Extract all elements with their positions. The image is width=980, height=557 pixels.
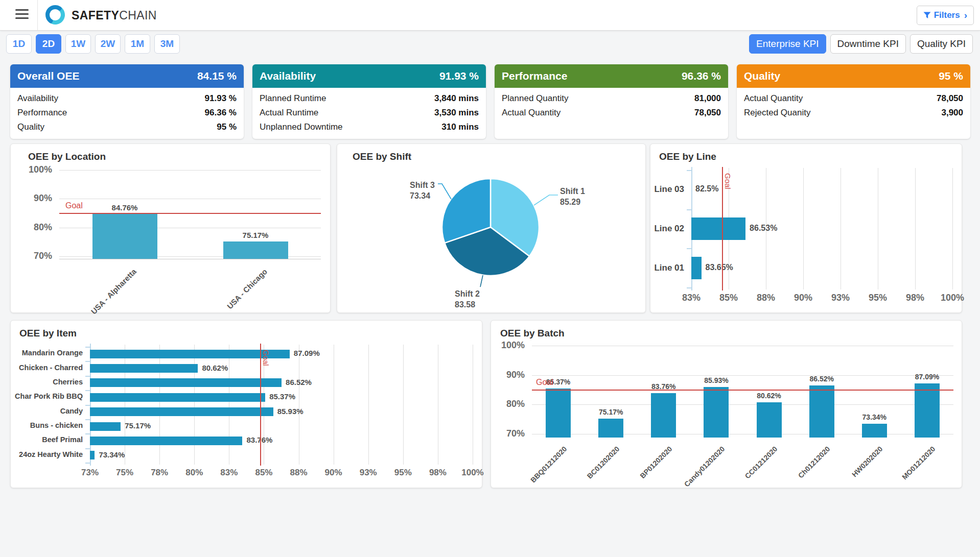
y-axis-tick bbox=[85, 448, 90, 449]
bar-Candy[interactable] bbox=[90, 407, 273, 416]
kpi-value: 91.93 % bbox=[439, 70, 479, 82]
callout-line bbox=[438, 184, 451, 199]
bar-value-label: 75.17% bbox=[225, 231, 286, 239]
brand-light: CHAIN bbox=[119, 9, 157, 22]
kpi-row-value: 3,900 bbox=[941, 108, 963, 118]
bar-Buns - chicken[interactable] bbox=[90, 422, 121, 431]
gridline bbox=[532, 375, 953, 376]
kpi-card-quality: Quality 95 % Actual Quantity78,050 Rejec… bbox=[737, 64, 970, 139]
bar-CC01212020[interactable] bbox=[757, 402, 782, 438]
y-axis-tick bbox=[85, 361, 90, 362]
pie-chart bbox=[337, 144, 645, 312]
category-label: BC01202020 bbox=[568, 445, 621, 497]
gridline bbox=[368, 345, 369, 465]
kpi-title: Availability bbox=[260, 70, 316, 82]
gridline bbox=[403, 345, 404, 465]
kpi-tab-group: Enterprise KPI Downtime KPI Quality KPI bbox=[749, 34, 973, 54]
gridline bbox=[532, 346, 953, 346]
plot-area: 100%90%80%70%85.37%BBQ0121202075.17%BC01… bbox=[491, 321, 962, 488]
category-label: CC01212020 bbox=[726, 445, 779, 497]
time-range-2d[interactable]: 2D bbox=[36, 34, 61, 54]
bar-value-label: 87.09% bbox=[896, 373, 958, 381]
bar-value-label: 85.93% bbox=[277, 407, 304, 416]
gridline bbox=[473, 345, 473, 465]
bar-Line 02[interactable] bbox=[691, 217, 745, 240]
gridline bbox=[59, 199, 321, 199]
goal-line bbox=[59, 213, 321, 214]
gridline bbox=[299, 345, 299, 465]
y-axis-tick-label: 100% bbox=[11, 164, 52, 175]
hamburger-menu-icon[interactable] bbox=[15, 9, 29, 20]
bar-Cherries[interactable] bbox=[90, 378, 282, 387]
bar-Candy01202020[interactable] bbox=[704, 387, 729, 438]
time-range-1m[interactable]: 1M bbox=[125, 34, 150, 54]
bar-value-label: 80.62% bbox=[738, 392, 800, 400]
kpi-row-label: Performance bbox=[17, 108, 67, 118]
y-axis-tick bbox=[85, 463, 90, 464]
gridline bbox=[532, 404, 953, 405]
tab-downtime-kpi[interactable]: Downtime KPI bbox=[830, 34, 906, 54]
category-label: Line 01 bbox=[650, 263, 684, 273]
bar-Ch01212020[interactable] bbox=[809, 385, 834, 438]
tab-enterprise-kpi[interactable]: Enterprise KPI bbox=[749, 34, 826, 54]
category-label: 24oz Hearty White bbox=[11, 450, 83, 458]
gridline bbox=[952, 168, 953, 289]
kpi-row-value: 3,840 mins bbox=[434, 93, 479, 104]
bar-HW0202020[interactable] bbox=[862, 424, 887, 438]
time-range-1w[interactable]: 1W bbox=[65, 34, 91, 54]
bar-BP01202020[interactable] bbox=[651, 393, 676, 438]
chart-oee-by-item: OEE by Item 73%75%78%80%83%85%88%90%93%9… bbox=[10, 320, 482, 488]
kpi-row-value: 95 % bbox=[217, 122, 237, 132]
top-bar: SAFETYCHAIN Filters › bbox=[0, 0, 980, 31]
bar-value-label: 85.37% bbox=[269, 392, 295, 401]
bar-Beef Primal[interactable] bbox=[90, 437, 242, 445]
category-label: Ch01212020 bbox=[779, 445, 831, 497]
topbar-divider bbox=[37, 0, 38, 30]
category-label: HW0202020 bbox=[831, 445, 884, 497]
tab-quality-kpi[interactable]: Quality KPI bbox=[910, 34, 973, 54]
kpi-body: Planned Quantity81,000 Actual Quantity78… bbox=[495, 88, 728, 120]
kpi-row-value: 96.36 % bbox=[205, 108, 237, 118]
bar-BC01202020[interactable] bbox=[598, 419, 623, 438]
kpi-body: Planned Runtime3,840 mins Actual Runtime… bbox=[252, 88, 486, 134]
bar-USA - Chicago[interactable] bbox=[223, 241, 288, 259]
gridline bbox=[803, 168, 804, 289]
kpi-row-label: Actual Runtime bbox=[260, 108, 318, 118]
bar-24oz Hearty White[interactable] bbox=[90, 451, 95, 459]
category-label: Cherries bbox=[11, 378, 83, 386]
bar-Char Pork Rib BBQ[interactable] bbox=[90, 393, 265, 402]
goal-label: Goal bbox=[724, 173, 732, 189]
kpi-header: Overall OEE 84.15 % bbox=[10, 64, 244, 88]
bar-MO01212020[interactable] bbox=[915, 383, 940, 438]
bar-USA - Alpharetta[interactable] bbox=[92, 214, 157, 259]
kpi-row-label: Unplanned Downtime bbox=[260, 122, 343, 132]
bar-BBQ01212020[interactable] bbox=[546, 389, 571, 438]
safetychain-logo-icon bbox=[44, 4, 66, 26]
brand-bold: SAFETY bbox=[72, 9, 119, 22]
kpi-title: Overall OEE bbox=[17, 70, 79, 82]
y-axis-tick-label: 80% bbox=[491, 399, 525, 409]
y-axis-tick bbox=[85, 347, 90, 348]
category-label: BP01202020 bbox=[621, 445, 673, 497]
time-range-group: 1D 2D 1W 2W 1M 3M bbox=[6, 34, 180, 54]
gridline bbox=[878, 168, 878, 289]
filters-button[interactable]: Filters › bbox=[917, 6, 974, 25]
x-axis-tick-label: 88% bbox=[745, 293, 786, 303]
gridline bbox=[841, 168, 841, 289]
kpi-row-label: Rejected Quanity bbox=[744, 108, 810, 118]
bar-Chicken - Charred[interactable] bbox=[90, 364, 198, 373]
kpi-header: Performance 96.36 % bbox=[495, 64, 728, 88]
kpi-row-value: 91.93 % bbox=[205, 93, 237, 104]
y-axis-tick-label: 100% bbox=[491, 340, 525, 351]
slice-name: Shift 1 bbox=[560, 186, 585, 197]
bar-Line 01[interactable] bbox=[691, 257, 702, 279]
time-range-3m[interactable]: 3M bbox=[154, 34, 180, 54]
kpi-row-label: Planned Quantity bbox=[502, 93, 568, 104]
y-axis-tick-label: 90% bbox=[11, 193, 52, 204]
time-range-1d[interactable]: 1D bbox=[6, 34, 32, 54]
brand-wordmark: SAFETYCHAIN bbox=[72, 9, 157, 22]
bar-value-label: 75.17% bbox=[580, 408, 642, 416]
category-label: Buns - chicken bbox=[11, 421, 83, 429]
category-label: Line 03 bbox=[650, 184, 684, 195]
time-range-2w[interactable]: 2W bbox=[95, 34, 121, 54]
